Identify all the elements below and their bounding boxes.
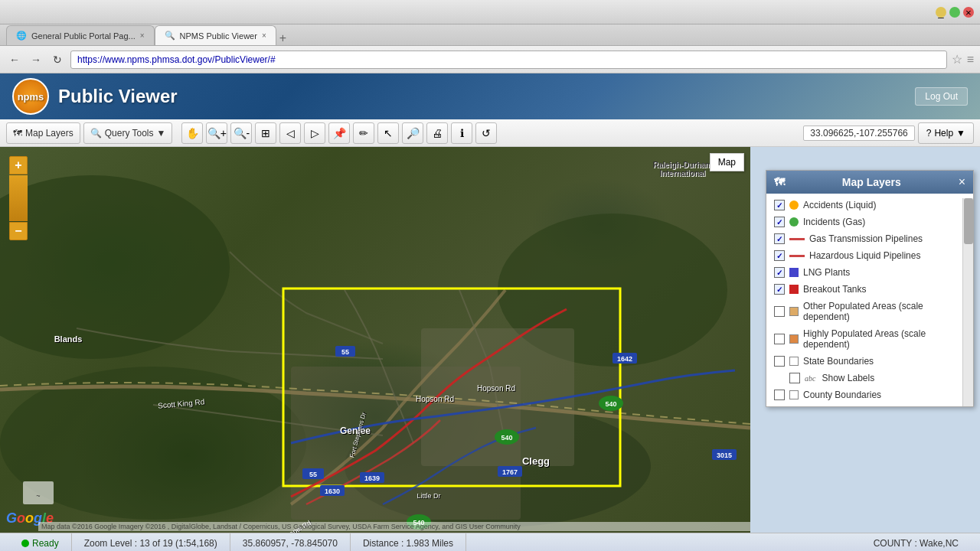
- query-tools-button[interactable]: 🔍 Query Tools ▼: [83, 122, 173, 144]
- distance-label: Distance : 1.983 Miles: [363, 538, 453, 549]
- app-header: npms Public Viewer Log Out: [0, 73, 980, 119]
- layer-check-hazardous[interactable]: [774, 250, 785, 261]
- zoom-extent-button[interactable]: ⊞: [255, 122, 276, 144]
- dropdown-arrow-icon: ▼: [157, 128, 166, 139]
- layer-label-highly-populated: Highly Populated Areas (scale dependent): [803, 328, 965, 350]
- layer-indicator-other-populated: [789, 307, 799, 316]
- layer-item-other-populated[interactable]: Other Populated Areas (scale dependent): [766, 298, 973, 325]
- layer-check-breakout[interactable]: [774, 284, 785, 295]
- layers-panel-close-button[interactable]: ×: [959, 175, 965, 189]
- maximize-button[interactable]: [949, 7, 960, 18]
- layer-item-incidents[interactable]: Incidents (Gas): [766, 214, 973, 230]
- layer-check-incidents[interactable]: [774, 217, 785, 227]
- logo-text: npms: [18, 91, 44, 103]
- map-layers-button[interactable]: 🗺 Map Layers: [6, 122, 80, 144]
- forward-button[interactable]: →: [28, 51, 44, 68]
- tab-icon: 🌐: [16, 31, 27, 41]
- tab-close-icon[interactable]: ×: [140, 31, 145, 40]
- draw-button[interactable]: ✏: [353, 122, 374, 144]
- info-button[interactable]: ℹ: [451, 122, 472, 144]
- layer-item-hazardous[interactable]: Hazardous Liquid Pipelines: [766, 247, 973, 264]
- layer-indicator-show-labels: abc: [805, 374, 815, 383]
- zoom-out-button[interactable]: 🔍-: [230, 122, 252, 144]
- back-button[interactable]: ←: [6, 51, 23, 68]
- layers-panel-title: Map Layers: [842, 176, 901, 188]
- zoom-forward-button[interactable]: ▷: [304, 122, 325, 144]
- identify-button[interactable]: 📌: [328, 122, 350, 144]
- pan-tool-button[interactable]: ✋: [181, 122, 203, 144]
- tab-close-icon-active[interactable]: ×: [262, 31, 266, 40]
- layer-item-state-boundaries[interactable]: State Boundaries: [766, 353, 973, 370]
- layer-check-state-boundaries[interactable]: [774, 356, 785, 367]
- layer-item-breakout[interactable]: Breakout Tanks: [766, 281, 973, 298]
- app-title: Public Viewer: [58, 86, 178, 107]
- map-type-button[interactable]: Map: [710, 153, 744, 171]
- map-attribution: Map data ©2016 Google Imagery ©2016 , Di…: [38, 522, 750, 531]
- ready-dot: [21, 540, 29, 547]
- tab-npms-viewer[interactable]: 🔍 NPMS Public Viewer ×: [155, 25, 276, 45]
- layer-item-accidents[interactable]: Accidents (Liquid): [766, 197, 973, 214]
- map-area[interactable]: 55 1630 1639 1767 55 1642 3015 540 540 5…: [0, 147, 750, 533]
- layer-indicator-gas: [789, 238, 805, 240]
- map-background: [0, 147, 750, 533]
- bookmark-button[interactable]: ☆: [952, 52, 962, 67]
- browser-titlebar: _ ×: [0, 0, 980, 24]
- query-tools-icon: 🔍: [90, 128, 102, 139]
- layer-check-accidents[interactable]: [774, 200, 785, 210]
- layer-check-highly-populated[interactable]: [774, 334, 785, 344]
- layer-label-incidents: Incidents (Gas): [803, 217, 865, 227]
- layer-item-highly-populated[interactable]: Highly Populated Areas (scale dependent): [766, 325, 973, 353]
- layer-label-breakout: Breakout Tanks: [803, 284, 867, 295]
- status-ready: Ready: [9, 533, 72, 551]
- refresh-button[interactable]: ↻: [49, 51, 66, 68]
- tab-general-portal[interactable]: 🌐 General Public Portal Pag... ×: [6, 25, 155, 45]
- layer-check-county-boundaries[interactable]: [774, 390, 785, 400]
- refresh-map-button[interactable]: ↺: [475, 122, 497, 144]
- close-button[interactable]: ×: [963, 7, 974, 18]
- toolbar: 🗺 Map Layers 🔍 Query Tools ▼ ✋ 🔍+ 🔍- ⊞ ◁…: [0, 119, 980, 147]
- coordinates-display: 33.096625,-107.255766: [803, 126, 914, 141]
- layer-label-other-populated: Other Populated Areas (scale dependent): [803, 301, 965, 322]
- coordinates-label: 35.860957, -78.845070: [243, 538, 338, 549]
- print-button[interactable]: 🖨: [426, 122, 448, 144]
- layer-check-gas[interactable]: [774, 233, 785, 244]
- zoom-slider: [9, 175, 28, 221]
- layers-panel: 🗺 Map Layers × Accidents (Liquid) Incide…: [766, 170, 974, 407]
- minimize-button[interactable]: _: [936, 7, 946, 18]
- layer-item-lng[interactable]: LNG Plants: [766, 264, 973, 281]
- layer-indicator-county-boundaries: [789, 390, 799, 399]
- layer-check-other-populated[interactable]: [774, 306, 785, 317]
- layer-label-accidents: Accidents (Liquid): [803, 200, 876, 210]
- layer-check-show-labels[interactable]: [789, 373, 800, 383]
- zoom-back-button[interactable]: ◁: [279, 122, 301, 144]
- status-bar: Ready Zoom Level : 13 of 19 (1:54,168) 3…: [0, 533, 980, 551]
- address-input[interactable]: [70, 51, 947, 69]
- menu-button[interactable]: ≡: [967, 53, 974, 67]
- layer-label-state-boundaries: State Boundaries: [803, 356, 874, 367]
- layer-indicator-lng: [789, 268, 799, 277]
- zoom-in-button[interactable]: 🔍+: [206, 122, 227, 144]
- query-tools-label: Query Tools: [105, 128, 154, 139]
- zoom-out-map-button[interactable]: −: [9, 222, 28, 240]
- tab-label-active: NPMS Public Viewer: [180, 31, 257, 41]
- scrollbar-thumb[interactable]: [964, 198, 973, 244]
- new-tab-button[interactable]: +: [279, 31, 286, 45]
- layers-list: Accidents (Liquid) Incidents (Gas) Gas T…: [766, 194, 973, 406]
- map-layers-label: Map Layers: [25, 128, 74, 139]
- search-button[interactable]: 🔎: [402, 122, 423, 144]
- layer-check-lng[interactable]: [774, 267, 785, 278]
- status-distance: Distance : 1.983 Miles: [351, 533, 466, 551]
- tabs-bar: 🌐 General Public Portal Pag... × 🔍 NPMS …: [0, 24, 980, 46]
- layer-label-hazardous: Hazardous Liquid Pipelines: [809, 250, 920, 261]
- logout-button[interactable]: Log Out: [915, 87, 968, 106]
- layers-scrollbar[interactable]: [962, 198, 973, 406]
- layer-item-gas-transmission[interactable]: Gas Transmission Pipelines: [766, 230, 973, 247]
- zoom-in-map-button[interactable]: +: [9, 156, 28, 174]
- layer-item-county-boundaries[interactable]: County Boundaries: [766, 386, 973, 403]
- help-button[interactable]: ? Help ▼: [918, 122, 974, 144]
- layer-item-show-labels[interactable]: abc Show Labels: [766, 370, 973, 386]
- select-button[interactable]: ↖: [377, 122, 399, 144]
- ready-label: Ready: [32, 538, 59, 549]
- status-zoom: Zoom Level : 13 of 19 (1:54,168): [72, 533, 230, 551]
- address-bar: ← → ↻ ☆ ≡: [0, 46, 980, 73]
